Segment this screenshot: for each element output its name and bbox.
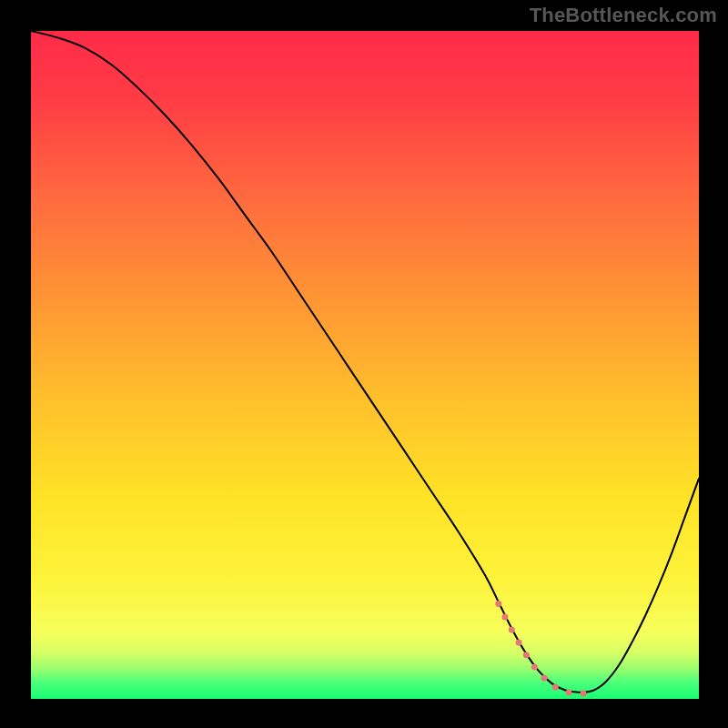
chart-svg [31, 31, 699, 699]
attribution-text: TheBottleneck.com [530, 4, 717, 27]
plot-area [31, 31, 699, 699]
gradient-background [31, 31, 699, 699]
chart-container: TheBottleneck.com [0, 0, 728, 728]
